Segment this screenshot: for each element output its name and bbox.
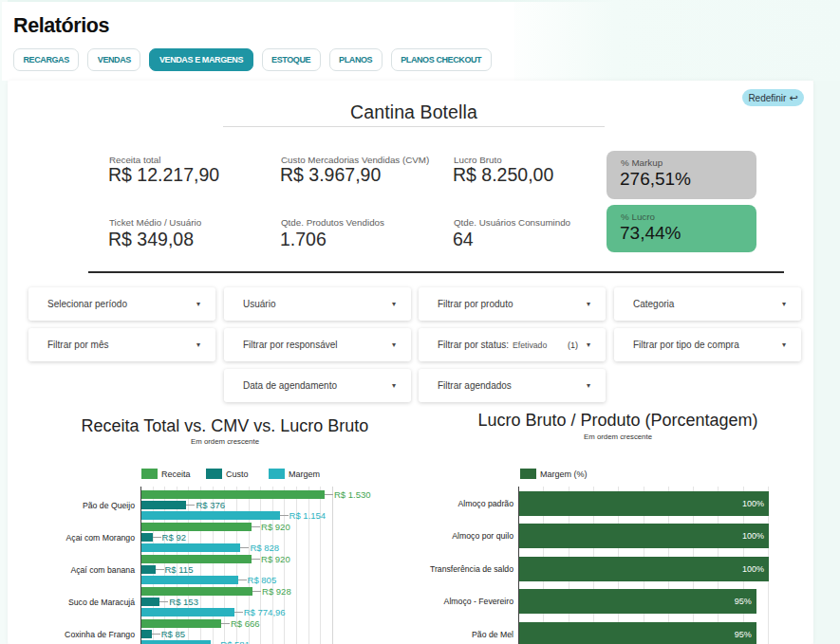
legend-swatch	[269, 469, 285, 479]
filter-filtrar-agendados[interactable]: Filtrar agendados▾	[419, 369, 606, 402]
dropdown-caret-icon: ▾	[392, 340, 396, 349]
metric-label: % Lucro	[621, 212, 756, 222]
bar-connector	[280, 515, 289, 516]
tab-recargas[interactable]: RECARGAS	[13, 48, 79, 71]
reset-button[interactable]: Redefinir ↩	[742, 89, 804, 106]
bar	[141, 587, 252, 596]
bar-connector	[186, 505, 195, 506]
tab-vendas[interactable]: VENDAS	[87, 48, 140, 71]
category-label: Almoço por quilo	[403, 531, 513, 541]
bar	[141, 576, 238, 584]
legend-item-custo: Custo	[206, 469, 249, 479]
metric-label: Ticket Médio / Usuário	[109, 217, 201, 228]
bar	[141, 640, 211, 644]
filter-usu-rio[interactable]: Usuário▾	[224, 287, 411, 321]
filter-filtrar-por-produto[interactable]: Filtrar por produto▾	[419, 287, 606, 321]
filter-categoria[interactable]: Categoria▾	[614, 287, 801, 321]
bar-value-label: R$ 115	[165, 564, 194, 575]
bar-value-label: R$ 920	[261, 522, 290, 532]
gridline	[284, 487, 285, 644]
tab-vendas-e-margens[interactable]: VENDAS E MARGENS	[149, 48, 252, 71]
gridline	[332, 487, 333, 644]
filter-filtrar-por-m-s[interactable]: Filtrar por mês▾	[28, 328, 215, 361]
bar-value-label: R$ 666	[231, 618, 260, 629]
bar	[141, 523, 252, 531]
filter-label: Usuário	[243, 299, 275, 309]
gridline	[260, 487, 261, 644]
metric-value: 73,44%	[620, 223, 756, 244]
bar-connector	[156, 569, 164, 570]
filter-label: Filtrar por tipo de compra	[633, 340, 739, 350]
filter-label: Filtrar por produto	[438, 299, 513, 309]
filter-filtrar-por-respons-vel[interactable]: Filtrar por responsável▾	[224, 328, 411, 361]
dropdown-caret-icon: ▾	[782, 300, 786, 308]
bar-inside-label: 100%	[519, 531, 764, 541]
filter-label: Filtrar por responsável	[243, 340, 337, 350]
filter-data-de-agendamento[interactable]: Data de agendamento▾	[224, 369, 411, 402]
filter-label: Filtrar agendados	[438, 380, 512, 391]
metric-value: R$ 8.250,00	[453, 164, 553, 185]
category-label: Coxinha de Frango	[0, 630, 135, 639]
chart-subtitle: Em ordem crescente	[7, 437, 443, 446]
bar-connector	[240, 547, 249, 548]
bar-connector	[252, 559, 260, 560]
filter-selected-value: Efetivado	[513, 340, 547, 350]
category-label: Almoço - Fevereiro	[403, 597, 513, 606]
filter-label: Categoria	[633, 299, 674, 309]
bar	[141, 490, 325, 499]
return-arrow-icon: ↩	[789, 93, 797, 102]
bar	[141, 533, 153, 542]
tab-estoque[interactable]: ESTOQUE	[262, 48, 321, 71]
legend-label: Custo	[226, 469, 249, 479]
bar-value-label: R$ 920	[261, 554, 290, 564]
reset-button-label: Redefinir	[748, 93, 786, 103]
bar-value-label: R$ 828	[250, 543, 279, 553]
metric-value: 1.706	[280, 229, 327, 249]
bar-value-label: R$ 1.530	[334, 489, 371, 500]
metric-value: R$ 349,08	[108, 229, 194, 249]
metric-value: 64	[453, 229, 474, 249]
bar-connector	[221, 623, 230, 624]
metric-label: Custo Mercadorias Vendidas (CVM)	[281, 155, 429, 165]
report-tabs: RECARGASVENDASVENDAS E MARGENSESTOQUEPLA…	[13, 48, 492, 71]
dashboard-page: Relatórios RECARGASVENDASVENDAS E MARGEN…	[0, 0, 840, 644]
filter-filtrar-por-tipo-de-compra[interactable]: Filtrar por tipo de compra▾	[614, 328, 801, 361]
category-label: Açai com Morango	[0, 533, 135, 543]
legend-item-receita: Receita	[141, 469, 191, 479]
report-title-underline	[223, 126, 605, 127]
legend-item-margem-pct: Margem (%)	[520, 469, 588, 479]
metric-label: Receita total	[109, 155, 160, 165]
metric-value: 276,51%	[620, 169, 756, 190]
gridline	[272, 487, 273, 644]
page-left-margin	[0, 0, 8, 644]
category-label: Açaí com banana	[0, 565, 135, 575]
lucro-box: % Lucro73,44%	[607, 205, 756, 252]
bar	[141, 598, 159, 606]
page-top-right-background	[494, 0, 840, 81]
tab-planos[interactable]: PLANOS	[329, 48, 383, 71]
bar-connector	[238, 580, 247, 580]
legend-swatch	[141, 469, 158, 479]
filter-label: Data de agendamento	[243, 380, 337, 391]
metric-label: Qtde. Produtos Vendidos	[281, 217, 384, 228]
bar	[141, 565, 156, 574]
bar-value-label: R$ 376	[196, 500, 225, 510]
bar-connector	[252, 526, 260, 527]
filter-label: Filtrar por mês	[47, 340, 108, 350]
chart-title: Receita Total vs. CMV vs. Lucro Bruto	[7, 417, 443, 435]
category-label: Suco de Maracujá	[0, 598, 135, 607]
filter-filtrar-por-status[interactable]: Filtrar por status:Efetivado(1)▾	[419, 328, 606, 361]
filter-selecionar-per-odo[interactable]: Selecionar período▾	[28, 287, 215, 321]
bar-connector	[159, 601, 168, 602]
bar-value-label: R$ 774,96	[244, 607, 286, 617]
dropdown-caret-icon: ▾	[587, 300, 590, 308]
bar-inside-label: 100%	[519, 499, 764, 508]
bar-value-label: R$ 1.154	[289, 510, 327, 521]
metric-value: R$ 12.217,90	[108, 164, 219, 185]
tab-planos-checkout[interactable]: PLANOS CHECKOUT	[391, 48, 492, 71]
bar-inside-label: 95%	[519, 597, 752, 606]
legend-label: Receita	[161, 469, 191, 479]
category-label: Almoço padrão	[403, 499, 513, 508]
bar	[141, 543, 240, 552]
category-label: Transferência de saldo	[403, 564, 513, 574]
